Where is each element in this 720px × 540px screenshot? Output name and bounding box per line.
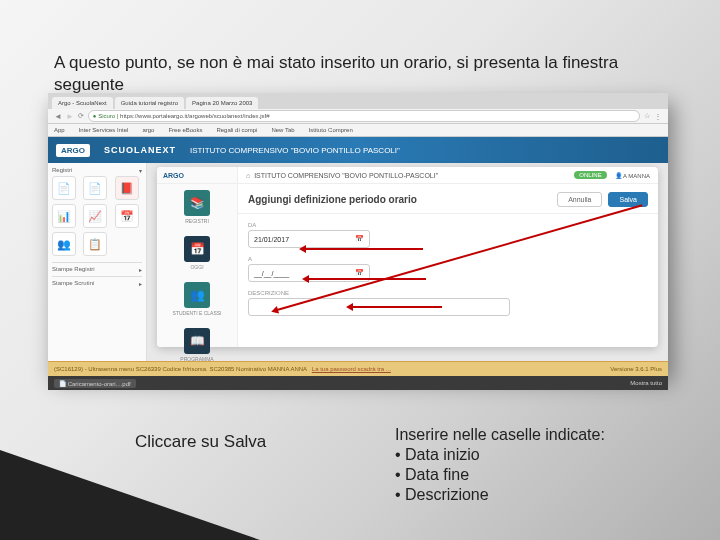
browser-tab[interactable]: Pagina 20 Marzo 2003 xyxy=(186,97,258,109)
sidebar-icon[interactable]: 📄 xyxy=(52,176,76,200)
bookmark-item[interactable]: Istituto Compren xyxy=(309,127,353,133)
show-all-button[interactable]: Mostra tutto xyxy=(630,380,662,386)
forward-icon[interactable]: ► xyxy=(66,112,74,121)
annotation-arrow xyxy=(352,306,442,308)
form-title: Aggiungi definizione periodo orario xyxy=(248,194,417,205)
star-icon[interactable]: ☆ xyxy=(644,112,650,120)
caption-right: Inserire nelle caselle indicate: Data in… xyxy=(395,425,605,505)
menu-item-registri[interactable]: 📚 REGISTRI xyxy=(157,184,237,230)
app-header: ARGO SCUOLANEXT ISTITUTO COMPRENSIVO "BO… xyxy=(48,137,668,163)
sidebar-section[interactable]: Stampe Scrutini▸ xyxy=(52,276,142,287)
calendar-icon[interactable]: 📅 xyxy=(355,235,364,243)
modal-menu: ARGO 📚 REGISTRI 📅 OGGI 👥 STUDENTI E CLAS… xyxy=(157,167,238,347)
status-bar: (SC16129) - Ultrasenna menu SC26339 Codi… xyxy=(48,361,668,376)
download-bar: 📄 Caricamento-orari....pdf Mostra tutto xyxy=(48,376,668,390)
label-descrizione: DESCRIZIONE xyxy=(248,290,648,296)
registri-icon: 📚 xyxy=(184,190,210,216)
bookmark-item[interactable]: Free eBooks xyxy=(168,127,202,133)
browser-tab-strip: Argo - ScuolaNext Guida tutorial registr… xyxy=(48,93,668,109)
sidebar-icon[interactable]: 👥 xyxy=(52,232,76,256)
input-da[interactable]: 21/01/2017 📅 xyxy=(248,230,370,248)
caption-left: Cliccare su Salva xyxy=(135,432,266,452)
online-badge: ONLINE xyxy=(574,171,606,179)
sidebar-icon[interactable]: 📄 xyxy=(83,176,107,200)
modal-titlebar: ⌂ ISTITUTO COMPRENSIVO "BOVIO PONTILLO-P… xyxy=(238,167,658,184)
bookmark-item[interactable]: New Tab xyxy=(271,127,294,133)
decorative-corner xyxy=(0,450,260,540)
menu-item-programma[interactable]: 📖 PROGRAMMA xyxy=(157,322,237,368)
address-bar: ◄ ► ⟳ ● Sicuro | https://www.portaleargo… xyxy=(48,109,668,124)
menu-item-studenti[interactable]: 👥 STUDENTI E CLASSI xyxy=(157,276,237,322)
reload-icon[interactable]: ⟳ xyxy=(78,112,84,120)
bookmark-item[interactable]: App xyxy=(54,127,65,133)
annotation-arrow xyxy=(305,248,423,250)
studenti-icon: 👥 xyxy=(184,282,210,308)
menu-icon[interactable]: ⋮ xyxy=(654,112,662,121)
sidebar-label: Registri ▾ xyxy=(52,167,142,173)
slide-top-text: A questo punto, se non è mai stato inser… xyxy=(54,52,680,96)
school-name: ISTITUTO COMPRENSIVO "BOVIO PONTILLO PAS… xyxy=(190,146,400,155)
label-da: DA xyxy=(248,222,648,228)
bookmark-item[interactable]: Regali di compi xyxy=(216,127,257,133)
back-icon[interactable]: ◄ xyxy=(54,112,62,121)
bookmark-item[interactable]: Inter Services Intel xyxy=(79,127,129,133)
sidebar-icon[interactable]: 📋 xyxy=(83,232,107,256)
home-icon[interactable]: ⌂ xyxy=(246,172,250,179)
sidebar-icon[interactable]: 📕 xyxy=(115,176,139,200)
product-name: SCUOLANEXT xyxy=(104,145,176,155)
user-name[interactable]: 👤 A MANNA xyxy=(615,172,650,179)
oggi-icon: 📅 xyxy=(184,236,210,262)
download-chip[interactable]: 📄 Caricamento-orari....pdf xyxy=(54,379,136,388)
sidebar-icon[interactable]: 📅 xyxy=(115,204,139,228)
sidebar: Registri ▾ 📄 📄 📕 📊 📈 📅 👥 📋 Stampe Regist… xyxy=(48,163,147,361)
bookmark-item[interactable]: argo xyxy=(142,127,154,133)
browser-tab[interactable]: Guida tutorial registro xyxy=(115,97,184,109)
sidebar-icon[interactable]: 📊 xyxy=(52,204,76,228)
modal-dialog: ARGO 📚 REGISTRI 📅 OGGI 👥 STUDENTI E CLAS… xyxy=(157,167,658,347)
screenshot-container: Argo - ScuolaNext Guida tutorial registr… xyxy=(48,93,668,373)
cancel-button[interactable]: Annulla xyxy=(557,192,602,207)
programma-icon: 📖 xyxy=(184,328,210,354)
annotation-arrow xyxy=(308,278,426,280)
menu-item-oggi[interactable]: 📅 OGGI xyxy=(157,230,237,276)
sidebar-section[interactable]: Stampe Registri▸ xyxy=(52,262,142,273)
bookmarks-bar: App Inter Services Intel argo Free eBook… xyxy=(48,124,668,137)
url-field[interactable]: ● Sicuro | https://www.portaleargo.it/ar… xyxy=(88,110,640,122)
calendar-icon[interactable]: 📅 xyxy=(355,269,364,277)
browser-tab[interactable]: Argo - ScuolaNext xyxy=(52,97,113,109)
password-link[interactable]: La tua password scadrà tra ... xyxy=(312,366,391,372)
argo-logo: ARGO xyxy=(56,144,90,157)
modal-brand: ARGO xyxy=(157,167,237,184)
sidebar-icon[interactable]: 📈 xyxy=(83,204,107,228)
